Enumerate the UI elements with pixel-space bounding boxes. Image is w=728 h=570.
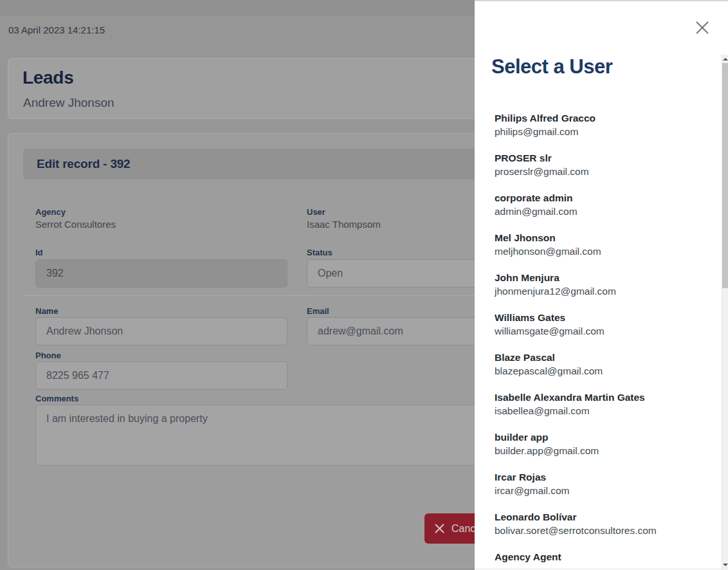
agency-value: Serrot Consultores xyxy=(35,219,116,230)
user-email: bolivar.soret@serrotconsultores.com xyxy=(495,524,707,537)
user-name: builder app xyxy=(495,430,707,444)
scrollbar-down-arrow-icon[interactable] xyxy=(723,564,728,566)
user-value: Isaac Thompsom xyxy=(307,219,381,230)
select-user-modal: Select a User Philips Alfred Gracco phil… xyxy=(475,0,728,570)
page-title: Leads xyxy=(23,68,73,88)
phone-label: Phone xyxy=(35,351,61,360)
user-name: Ircar Rojas xyxy=(495,470,707,484)
user-list-item[interactable]: Williams Gates williamsgate@gmail.com xyxy=(495,311,707,338)
user-list-item[interactable]: Agency Agent xyxy=(495,550,707,564)
datetime-text: 03 April 2023 14:21:15 xyxy=(8,24,105,35)
user-list-item[interactable]: Leonardo Bolívar bolivar.soret@serrotcon… xyxy=(495,510,707,537)
user-name: Agency Agent xyxy=(495,550,707,564)
email-label: Email xyxy=(307,306,329,316)
modal-title: Select a User xyxy=(491,55,612,78)
page-subtitle: Andrew Jhonson xyxy=(23,96,114,110)
user-list-item[interactable]: Isabelle Alexandra Martin Gates isabelle… xyxy=(495,391,707,418)
user-email: ircar@gmail.com xyxy=(495,484,707,497)
user-name: Philips Alfred Gracco xyxy=(495,111,707,125)
user-list-item[interactable]: Ircar Rojas ircar@gmail.com xyxy=(495,470,707,497)
user-name: Mel Jhonson xyxy=(495,231,707,244)
user-name: Blaze Pascal xyxy=(495,351,707,364)
user-label: User xyxy=(307,207,325,217)
scrollbar-up-arrow-icon[interactable] xyxy=(723,58,728,60)
user-list-item[interactable]: Mel Jhonson meljhonson@gmail.com xyxy=(495,231,707,258)
app-root: { "header": { "timestamp": "03 April 202… xyxy=(0,0,728,570)
user-email: blazepascal@gmail.com xyxy=(495,364,707,378)
user-list-item[interactable]: Blaze Pascal blazepascal@gmail.com xyxy=(495,351,707,378)
user-name: PROSER slr xyxy=(495,151,707,165)
phone-input[interactable] xyxy=(35,362,287,390)
status-label: Status xyxy=(307,248,332,257)
user-email: philips@gmail.com xyxy=(495,125,707,138)
user-list-item[interactable]: builder app builder.app@gmail.com xyxy=(495,430,707,457)
scrollbar-thumb[interactable] xyxy=(722,63,728,288)
user-list: Philips Alfred Gracco philips@gmail.com … xyxy=(495,111,707,570)
user-list-item[interactable]: corporate admin admin@gmail.com xyxy=(495,191,707,218)
close-icon[interactable] xyxy=(695,20,710,35)
user-email: meljhonson@gmail.com xyxy=(495,244,707,258)
user-list-item[interactable]: PROSER slr proserslr@gmail.com xyxy=(495,151,707,178)
name-label: Name xyxy=(35,306,58,316)
agency-label: Agency xyxy=(35,207,66,217)
user-email: proserslr@gmail.com xyxy=(495,165,707,178)
comments-label: Comments xyxy=(35,394,78,403)
cancel-x-icon xyxy=(434,523,445,534)
modal-scrollbar[interactable] xyxy=(722,55,728,570)
user-email: admin@gmail.com xyxy=(495,205,707,218)
user-list-item[interactable]: Philips Alfred Gracco philips@gmail.com xyxy=(495,111,707,138)
modal-bottom-divider xyxy=(475,569,722,569)
id-input xyxy=(35,259,287,288)
user-email: jhonmenjura12@gmail.com xyxy=(495,284,707,298)
user-name: Leonardo Bolívar xyxy=(495,510,707,524)
user-name: Isabelle Alexandra Martin Gates xyxy=(495,391,707,404)
user-name: Williams Gates xyxy=(495,311,707,324)
name-input[interactable] xyxy=(35,317,287,345)
user-list-item[interactable]: John Menjura jhonmenjura12@gmail.com xyxy=(495,271,707,298)
user-email: williamsgate@gmail.com xyxy=(495,324,707,338)
user-email: isabellea@gmail.com xyxy=(495,404,707,418)
user-name: corporate admin xyxy=(495,191,707,205)
user-name: John Menjura xyxy=(495,271,707,284)
user-email: builder.app@gmail.com xyxy=(495,444,707,457)
id-label: Id xyxy=(35,248,43,257)
